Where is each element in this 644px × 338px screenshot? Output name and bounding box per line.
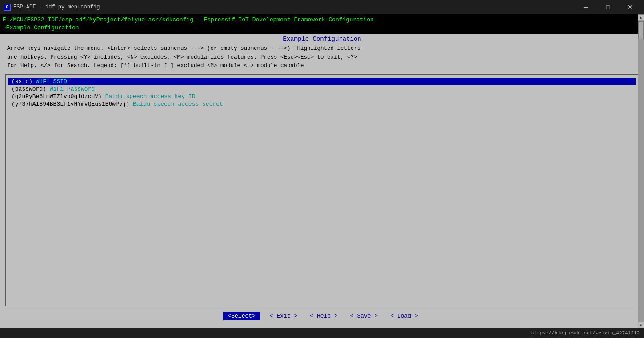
close-button[interactable]: ✕ — [620, 1, 640, 13]
scroll-thumb[interactable] — [638, 21, 644, 39]
header-section: Example Configuration — [3, 34, 641, 44]
scroll-up-arrow[interactable]: ▲ — [638, 14, 644, 20]
scrollbar[interactable]: ▲ ▼ — [638, 14, 644, 328]
save-button[interactable]: < Save > — [348, 312, 380, 320]
menu-item-1[interactable]: (password) WiFi Password — [8, 85, 636, 93]
terminal-window: E:/MCU/ESP32_IDF/esp-adf/MyProject/feiyu… — [0, 14, 644, 328]
header-desc-line2: are hotkeys. Pressing <Y> includes, <N> … — [7, 53, 637, 62]
help-button[interactable]: < Help > — [307, 312, 340, 320]
menu-box: (ssid) WiFi SSID(password) WiFi Password… — [5, 74, 639, 307]
path-line1: E:/MCU/ESP32_IDF/esp-adf/MyProject/feiyu… — [3, 16, 641, 24]
select-button[interactable]: <Select> — [223, 312, 260, 320]
header-title: Example Configuration — [3, 36, 641, 43]
path-bar: E:/MCU/ESP32_IDF/esp-adf/MyProject/feiyu… — [0, 14, 644, 34]
header-desc-line1: Arrow keys navigate the menu. <Enter> se… — [7, 44, 637, 53]
menu-item-label-2: Baidu speech access key ID — [105, 93, 196, 100]
header-desc-line3: for Help, </> for Search. Legend: [*] bu… — [7, 62, 637, 70]
menu-item-prefix-2: (q2uPyBe6LmWTZlvb0g1dzcHV) — [12, 93, 105, 100]
header-description: Arrow keys navigate the menu. <Enter> se… — [3, 44, 641, 71]
maximize-button[interactable]: □ — [598, 1, 618, 13]
title-bar-left: C ESP-ADF - idf.py menuconfig — [4, 4, 100, 11]
status-bar: https://blog.csdn.net/weixin_42741212 — [0, 328, 644, 338]
menu-item-prefix-0: (ssid) — [12, 78, 36, 85]
menu-item-label-3: Baidu speech access secret — [133, 101, 223, 107]
menu-item-prefix-1: (password) — [12, 86, 50, 92]
status-url: https://blog.csdn.net/weixin_42741212 — [531, 330, 640, 336]
menu-item-label-1: WiFi Password — [50, 86, 95, 92]
menu-item-prefix-3: (y7S7hAI894BB3LF1yHYmvQEus1B6wPvj) — [12, 101, 133, 107]
minimize-button[interactable]: ─ — [576, 1, 596, 13]
menu-item-3[interactable]: (y7S7hAI894BB3LF1yHYmvQEus1B6wPvj) Baidu… — [8, 100, 636, 108]
scroll-down-arrow[interactable]: ▼ — [638, 322, 644, 328]
menu-items: (ssid) WiFi SSID(password) WiFi Password… — [8, 78, 636, 108]
menu-item-label-0: WiFi SSID — [36, 78, 67, 85]
exit-button[interactable]: < Exit > — [267, 312, 300, 320]
menu-item-2[interactable]: (q2uPyBe6LmWTZlvb0g1dzcHV) Baidu speech … — [8, 93, 636, 100]
window-controls: ─ □ ✕ — [576, 1, 640, 13]
terminal-content: Example Configuration Arrow keys navigat… — [0, 34, 644, 325]
title-bar: C ESP-ADF - idf.py menuconfig ─ □ ✕ — [0, 0, 644, 14]
load-button[interactable]: < Load > — [388, 312, 420, 320]
app-icon: C — [4, 4, 11, 11]
bottom-bar: <Select> < Exit > < Help > < Save > < Lo… — [3, 309, 641, 322]
path-line2: →Example Configuration — [3, 24, 641, 32]
menu-item-0[interactable]: (ssid) WiFi SSID — [8, 78, 636, 85]
title-text: ESP-ADF - idf.py menuconfig — [13, 4, 100, 10]
